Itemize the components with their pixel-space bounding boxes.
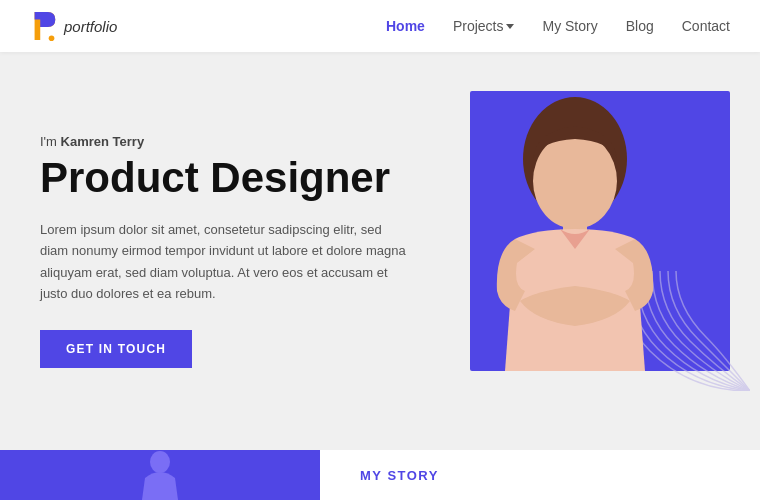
nav-item-projects[interactable]: Projects xyxy=(453,18,515,34)
logo-icon xyxy=(30,10,58,42)
hero-intro: I'm Kamren Terry xyxy=(40,134,410,149)
nav-link-my-story[interactable]: My Story xyxy=(542,18,597,34)
hero-image-area xyxy=(440,91,730,411)
nav-item-my-story[interactable]: My Story xyxy=(542,17,597,35)
bottom-image-icon xyxy=(0,450,320,500)
nav-link-blog[interactable]: Blog xyxy=(626,18,654,34)
nav-item-contact[interactable]: Contact xyxy=(682,17,730,35)
svg-point-0 xyxy=(49,35,55,41)
bottom-my-story-label: MY STORY xyxy=(320,468,479,483)
hero-content: I'm Kamren Terry Product Designer Lorem … xyxy=(40,134,410,369)
logo-text: portfolio xyxy=(64,18,117,35)
logo[interactable]: portfolio xyxy=(30,10,117,42)
bottom-image-placeholder xyxy=(0,450,320,500)
bottom-strip: MY STORY xyxy=(0,450,760,500)
hero-section: I'm Kamren Terry Product Designer Lorem … xyxy=(0,52,760,450)
hero-title: Product Designer xyxy=(40,155,410,201)
chevron-down-icon xyxy=(506,24,514,29)
nav-item-home[interactable]: Home xyxy=(386,17,425,35)
hero-description: Lorem ipsum dolor sit amet, consetetur s… xyxy=(40,219,410,305)
nav-links: Home Projects My Story Blog Contact xyxy=(386,17,730,35)
navbar: portfolio Home Projects My Story Blog Co… xyxy=(0,0,760,52)
person-figure xyxy=(455,91,695,411)
svg-point-3 xyxy=(533,133,617,229)
get-in-touch-button[interactable]: GET IN TOUCH xyxy=(40,330,192,368)
nav-link-projects[interactable]: Projects xyxy=(453,18,504,34)
svg-point-5 xyxy=(150,451,170,473)
nav-item-blog[interactable]: Blog xyxy=(626,17,654,35)
nav-link-contact[interactable]: Contact xyxy=(682,18,730,34)
nav-link-home[interactable]: Home xyxy=(386,18,425,34)
